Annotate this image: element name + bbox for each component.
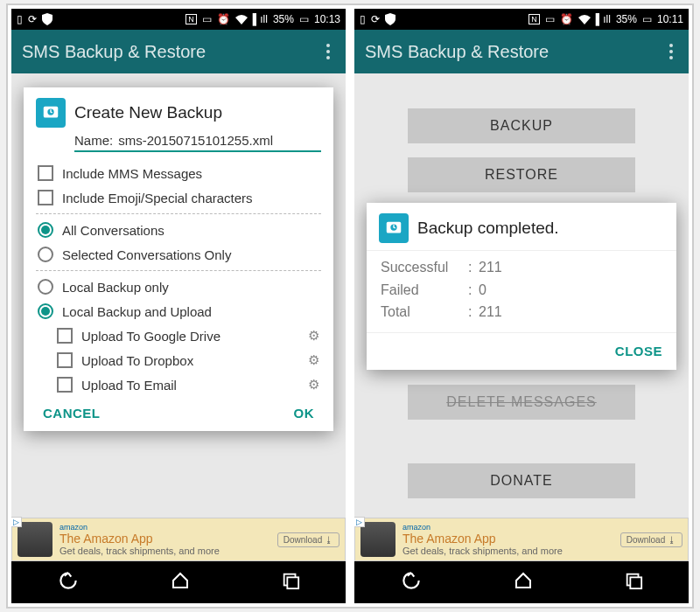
home-icon[interactable]	[513, 570, 534, 595]
backup-button[interactable]: BACKUP	[408, 108, 635, 143]
ad-banner[interactable]: ▷ amazon The Amazon App Get deals, track…	[11, 518, 346, 561]
adchoices-icon[interactable]: ▷	[11, 517, 22, 527]
home-icon[interactable]	[170, 570, 191, 595]
ad-title: The Amazon App	[402, 532, 563, 546]
clock-text: 10:13	[314, 13, 340, 25]
close-button[interactable]: CLOSE	[615, 344, 662, 358]
filename-label: Name:	[74, 133, 113, 148]
gear-icon[interactable]: ⚙	[308, 377, 319, 393]
status-bar: ▯ ⟳ N ▭ ⏰ ▌ıll 35% ▭ 10:13	[11, 9, 346, 30]
include-emoji-option[interactable]: Include Emoji/Special characters	[36, 185, 321, 210]
include-mms-option[interactable]: Include MMS Messages	[36, 161, 321, 185]
gear-icon[interactable]: ⚙	[308, 352, 319, 368]
successful-value: 211	[479, 256, 502, 279]
nav-bar	[354, 561, 689, 603]
content-area: BACKUP RESTORE DELETE MESSAGES DONATE ▷ …	[354, 73, 689, 561]
checkbox-icon	[57, 377, 73, 393]
app-icon	[36, 98, 66, 128]
ad-brand: amazon	[402, 523, 563, 532]
selected-conversations-option[interactable]: Selected Conversations Only	[36, 242, 321, 267]
filename-input[interactable]	[118, 133, 321, 148]
wifi-icon	[578, 14, 591, 24]
ad-download-button[interactable]: Download ⭳	[277, 532, 340, 547]
signal-icon: ▌ıll	[596, 13, 611, 25]
svg-rect-3	[288, 577, 299, 588]
create-backup-dialog: Create New Backup Name: Include MMS Mess…	[24, 87, 333, 431]
restore-button[interactable]: RESTORE	[408, 157, 635, 192]
back-icon[interactable]	[400, 569, 423, 595]
dialog-title: Backup completed.	[417, 219, 559, 238]
radio-icon	[38, 279, 53, 295]
shield-icon	[42, 13, 52, 25]
successful-label: Successful	[381, 256, 468, 279]
checkbox-icon	[57, 352, 73, 368]
ad-subtitle: Get deals, track shipments, and more	[60, 546, 220, 556]
donate-button[interactable]: DONATE	[408, 463, 635, 498]
ok-button[interactable]: OK	[294, 406, 315, 421]
app-icon	[379, 213, 409, 243]
radio-icon	[38, 222, 53, 238]
shield-icon	[385, 13, 396, 25]
ad-banner[interactable]: ▷ amazon The Amazon App Get deals, track…	[354, 518, 689, 561]
app-bar: SMS Backup & Restore	[354, 30, 689, 73]
ad-subtitle: Get deals, track shipments, and more	[402, 546, 563, 556]
gear-icon[interactable]: ⚙	[308, 328, 319, 344]
all-conversations-option[interactable]: All Conversations	[36, 218, 321, 242]
alarm-icon: ⏰	[560, 13, 573, 25]
failed-value: 0	[479, 279, 486, 302]
ad-image	[18, 522, 52, 557]
battery-icon: ▭	[299, 13, 309, 25]
ad-image	[360, 522, 396, 557]
battery-text: 35%	[273, 13, 294, 25]
total-label: Total	[381, 301, 468, 323]
upload-email-option[interactable]: Upload To Email ⚙	[36, 372, 321, 397]
nfc-icon: N	[186, 14, 197, 24]
local-only-option[interactable]: Local Backup only	[36, 275, 321, 299]
app-bar: SMS Backup & Restore	[11, 30, 346, 73]
radio-icon	[38, 303, 53, 319]
wifi-icon	[235, 14, 248, 24]
app-title: SMS Backup & Restore	[365, 42, 549, 62]
phone-right: ▯ ⟳ N ▭ ⏰ ▌ıll 35% ▭ 10:11 SMS Backup & …	[354, 9, 689, 603]
overflow-menu[interactable]	[321, 38, 335, 65]
svg-rect-7	[631, 577, 642, 588]
local-upload-option[interactable]: Local Backup and Upload	[36, 299, 321, 323]
upload-gdrive-option[interactable]: Upload To Google Drive ⚙	[36, 323, 321, 348]
adchoices-icon[interactable]: ▷	[354, 517, 365, 527]
phone-left: ▯ ⟳ N ▭ ⏰ ▌ıll 35% ▭ 10:13 SMS Backup &	[11, 9, 346, 603]
sync-icon: ⟳	[371, 13, 380, 25]
nav-bar	[11, 561, 346, 603]
alarm-icon: ⏰	[217, 13, 230, 25]
checkbox-icon	[38, 165, 53, 181]
dialog-title: Create New Backup	[74, 103, 222, 122]
failed-label: Failed	[381, 279, 468, 302]
signal-icon: ▌ıll	[253, 13, 268, 25]
app-title: SMS Backup & Restore	[22, 42, 206, 62]
vibrate-icon: ▭	[545, 13, 555, 25]
recent-icon[interactable]	[624, 571, 643, 594]
checkbox-icon	[57, 328, 73, 344]
back-icon[interactable]	[57, 569, 80, 595]
delete-messages-button[interactable]: DELETE MESSAGES	[408, 385, 635, 420]
content-area: ▷ amazon The Amazon App Get deals, track…	[11, 73, 346, 561]
ad-brand: amazon	[60, 523, 220, 532]
cancel-button[interactable]: CANCEL	[43, 406, 101, 421]
radio-icon	[38, 247, 53, 262]
battery-icon: ▭	[642, 13, 652, 25]
sync-icon: ⟳	[28, 13, 37, 25]
backup-complete-dialog: Backup completed. Successful:211 Failed:…	[367, 203, 676, 370]
cards-icon: ▯	[17, 13, 23, 25]
cards-icon: ▯	[360, 13, 366, 25]
clock-text: 10:11	[657, 13, 683, 25]
ad-download-button[interactable]: Download ⭳	[620, 532, 682, 547]
recent-icon[interactable]	[281, 571, 300, 594]
upload-dropbox-option[interactable]: Upload To Dropbox ⚙	[36, 348, 321, 372]
ad-title: The Amazon App	[60, 532, 220, 546]
checkbox-icon	[38, 190, 53, 205]
nfc-icon: N	[528, 14, 540, 24]
vibrate-icon: ▭	[202, 13, 212, 25]
status-bar: ▯ ⟳ N ▭ ⏰ ▌ıll 35% ▭ 10:11	[354, 9, 689, 30]
total-value: 211	[479, 301, 502, 323]
overflow-menu[interactable]	[664, 38, 678, 65]
battery-text: 35%	[616, 13, 637, 25]
